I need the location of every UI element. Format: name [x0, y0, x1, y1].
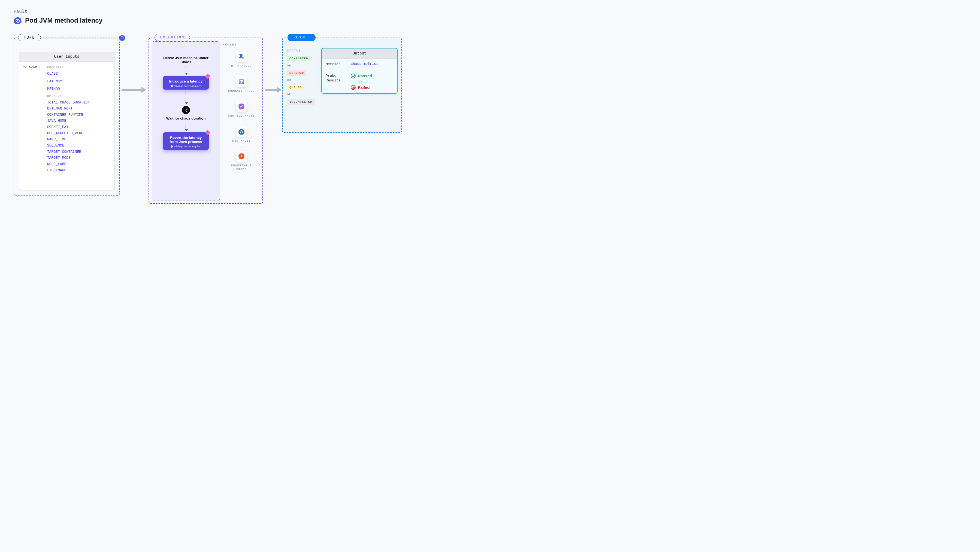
status-completed: COMPLETED — [287, 56, 310, 61]
x-circle-icon — [351, 85, 356, 90]
probe-caption: SRM SLO PROBE — [228, 114, 255, 118]
privilege-note: Privilege access required — [166, 85, 206, 87]
required-label: REQUIRED — [47, 65, 110, 70]
kubernetes-icon — [236, 126, 247, 137]
user-inputs-card: User Inputs Tunable REQUIRED CLASS LATEN… — [19, 52, 115, 190]
tunable-label: Tunable — [19, 62, 43, 190]
kubernetes-badge-icon — [117, 33, 127, 43]
globe-icon — [236, 51, 247, 62]
tunable-item: NODE_LABEL — [47, 162, 110, 167]
chaos-action-card: Revert the latency from Java process Pri… — [163, 132, 209, 150]
result-tab: RESULT — [288, 34, 316, 41]
slo-icon — [236, 101, 247, 112]
privilege-note: Privilege access required — [166, 145, 206, 148]
clock-icon — [182, 106, 190, 114]
tunable-item: LATENCY — [47, 79, 110, 84]
status-incompleted: INCOMPLETED — [287, 99, 315, 105]
tunable-item: JAVA_HOME — [47, 118, 110, 124]
flag-icon — [205, 130, 210, 135]
probe-item: PROMETHEUS PROBE — [223, 151, 260, 171]
execution-panel: EXECUTION Derive JVM machine under Chaos… — [148, 38, 263, 204]
result-panel: RESULT STATUS COMPLETED OR ERRORED OR QU… — [282, 38, 402, 133]
or-separator: OR — [287, 64, 319, 67]
probe-failed: Failed — [358, 85, 369, 90]
or-separator: OR — [287, 78, 319, 82]
output-title: Output — [322, 49, 397, 59]
probe-caption: K8S PROBE — [232, 139, 251, 143]
kubernetes-icon — [14, 16, 22, 24]
kicker: Fault — [14, 9, 379, 14]
tunable-item: BYTEMAN_PORT — [47, 106, 110, 111]
tunable-item: CLASS — [47, 71, 110, 76]
prometheus-icon — [236, 151, 247, 162]
tunable-item: SOCKET_PATH — [47, 124, 110, 130]
svg-rect-10 — [239, 79, 244, 84]
tune-panel: TUNE User Inputs Tunable REQUIRED CLASS … — [14, 38, 120, 195]
tunable-item: LIB_IMAGE — [47, 168, 110, 173]
chaos-action-title: Revert the latency from Java process — [166, 136, 206, 144]
tunable-item: TARGET_CONTAINER — [47, 149, 110, 155]
or-separator: OR — [358, 80, 393, 83]
probe-item: COMMAND PROBE — [223, 76, 260, 93]
tunable-item: CONTAINER_RUNTIME — [47, 112, 110, 117]
svg-marker-12 — [239, 128, 245, 135]
status-label: STATUS — [287, 49, 319, 52]
check-circle-icon — [351, 73, 356, 78]
probe-caption: COMMAND PROBE — [228, 89, 255, 93]
probe-item: SRM SLO PROBE — [223, 101, 260, 118]
output-key: Probe Results — [326, 73, 347, 83]
page-title: Pod JVM method latency — [25, 17, 102, 24]
tunable-item: RAMP_TIME — [47, 137, 110, 142]
optional-label: OPTIONAL — [47, 94, 110, 98]
tunable-item: TARGET_PODS — [47, 155, 110, 161]
status-errored: ERRORED — [287, 70, 306, 76]
probe-caption: PROMETHEUS PROBE — [228, 164, 255, 171]
chaos-action-title: Introduce a latency — [166, 79, 206, 83]
probe-item: K8S PROBE — [223, 126, 260, 143]
tunable-item: TOTAL_CHAOS_DURATION — [47, 100, 110, 105]
user-inputs-title: User Inputs — [19, 52, 114, 62]
probe-item: HTTP PROBE — [223, 51, 260, 68]
probes-label: PROBES — [223, 43, 260, 46]
tunable-item: SEQUENCE — [47, 143, 110, 148]
tunable-item: POD_AFFECTED_PERC — [47, 131, 110, 136]
output-key: Metrics — [326, 62, 347, 67]
exec-step: Derive JVM machine under Chaos — [160, 56, 212, 64]
flow-arrow — [121, 88, 146, 92]
flow-arrow — [264, 88, 282, 92]
status-queued: QUEUED — [287, 85, 304, 90]
tunable-item: METHOD — [47, 86, 110, 92]
exec-step: Wait for chaos duration — [166, 116, 206, 121]
svg-marker-7 — [119, 35, 126, 41]
chaos-action-card: Introduce a latency Privilege access req… — [163, 76, 209, 90]
probe-caption: HTTP PROBE — [231, 64, 251, 68]
execution-tab: EXECUTION — [154, 34, 190, 41]
tune-tab: TUNE — [18, 34, 41, 41]
output-metrics-link[interactable]: chaos metrics — [351, 62, 393, 66]
flag-icon — [205, 73, 210, 79]
or-separator: OR — [287, 93, 319, 96]
probe-passed: Passed — [358, 73, 372, 78]
terminal-icon — [236, 76, 247, 87]
output-card: Output Metrics chaos metrics Probe Resul… — [321, 48, 398, 94]
